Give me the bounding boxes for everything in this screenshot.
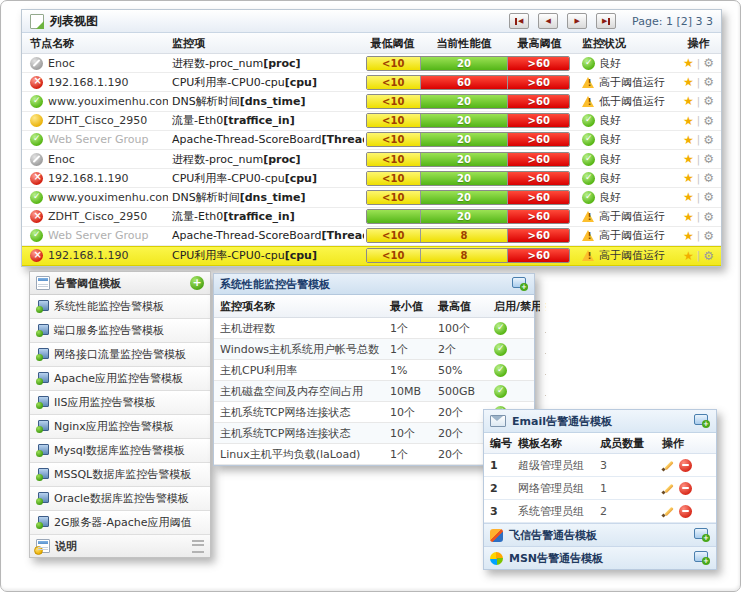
page-prev-button[interactable]: ◀ [538, 13, 558, 29]
delete-icon[interactable] [679, 459, 692, 472]
current-value-bar: 20 [421, 210, 509, 223]
template-item-system[interactable]: 系统性能监控告警模板 [30, 295, 210, 319]
msn-template-bar[interactable]: MSN告警通告模板 [484, 546, 716, 569]
add-fetion-template-button[interactable] [694, 528, 710, 542]
current-value-bar: 8 [421, 249, 509, 262]
settings-gear-icon[interactable]: ⚙ [703, 250, 714, 262]
template-item-port[interactable]: 端口服务监控告警模板 [30, 319, 210, 343]
favorite-star-icon[interactable]: ★ [683, 250, 694, 262]
collapse-lines-icon[interactable] [192, 540, 204, 553]
min-threshold-badge [367, 210, 421, 223]
col-monitor-name: 监控项名称 [214, 299, 384, 314]
favorite-star-icon[interactable]: ★ [683, 211, 694, 223]
table-row[interactable]: 主机CPU利用率 1% 50% [214, 360, 534, 381]
table-row[interactable]: Windows主机系统用户帐号总数 1个 2个 [214, 339, 534, 360]
settings-gear-icon[interactable]: ⚙ [703, 211, 714, 223]
node-status-icon [30, 76, 43, 89]
favorite-star-icon[interactable]: ★ [683, 134, 694, 146]
monitor-item: DNS解析时间[dns_time] [168, 190, 364, 205]
template-item-mssql[interactable]: MSSQL数据库监控告警模板 [30, 463, 210, 487]
table-row[interactable]: Web Server Group Apache-Thread-ScoreBoar… [22, 227, 721, 246]
template-item-oracle[interactable]: Oracle数据库监控告警模板 [30, 487, 210, 511]
enabled-check-icon[interactable] [494, 385, 507, 398]
row-id: 1 [484, 459, 512, 472]
edit-icon[interactable] [662, 459, 675, 472]
delete-icon[interactable] [679, 505, 692, 518]
node-status-icon [30, 229, 43, 242]
fetion-template-title: 飞信告警通告模板 [509, 528, 597, 543]
enabled-check-icon[interactable] [494, 364, 507, 377]
table-row[interactable]: 192.168.1.190 CPU利用率-CPU0-cpu[cpu] <10 8… [22, 246, 721, 266]
template-item-nginx[interactable]: Nginx应用监控告警模板 [30, 415, 210, 439]
enabled-check-icon[interactable] [494, 322, 507, 335]
page-next-button[interactable]: ▶ [567, 13, 587, 29]
min-threshold-badge: <10 [367, 133, 421, 146]
min-value: 1% [384, 364, 432, 377]
favorite-star-icon[interactable]: ★ [683, 95, 694, 107]
template-item-netflow[interactable]: 网络接口流量监控告警模板 [30, 343, 210, 367]
table-row[interactable]: 1 超级管理员组 3 [484, 454, 716, 477]
favorite-star-icon[interactable]: ★ [683, 153, 694, 165]
settings-gear-icon[interactable]: ⚙ [703, 172, 714, 184]
template-item-mysql[interactable]: Mysql数据库监控告警模板 [30, 439, 210, 463]
server-add-icon [36, 348, 49, 361]
edit-icon[interactable] [662, 505, 675, 518]
node-status-icon [30, 172, 43, 185]
template-item-apache[interactable]: Apache应用监控告警模板 [30, 367, 210, 391]
edit-icon[interactable] [662, 482, 675, 495]
table-row[interactable]: Enoc 进程数-proc_num[proc] <10 20 >60 良好 ★|… [22, 150, 721, 169]
ops-separator: | [697, 154, 700, 165]
fetion-template-bar[interactable]: 飞信告警通告模板 [484, 523, 716, 546]
monitor-name: 主机CPU利用率 [214, 363, 384, 378]
delete-icon[interactable] [679, 482, 692, 495]
max-threshold-badge: >60 [508, 249, 569, 262]
table-row[interactable]: Enoc 进程数-proc_num[proc] <10 20 >60 良好 ★|… [22, 54, 721, 73]
favorite-star-icon[interactable]: ★ [683, 230, 694, 242]
settings-gear-icon[interactable]: ⚙ [703, 115, 714, 127]
template-item-2g-apache[interactable]: 2G服务器-Apache应用阈值 [30, 511, 210, 535]
table-row[interactable]: 3 系统管理员组 2 [484, 500, 716, 523]
table-row[interactable]: 主机磁盘空间及内存空间占用 10MB 500GB [214, 381, 534, 402]
table-row[interactable]: 192.168.1.190 CPU利用率-CPU0-cpu[cpu] <10 6… [22, 73, 721, 92]
settings-gear-icon[interactable]: ⚙ [703, 76, 714, 88]
status-text: 良好 [599, 56, 621, 71]
apply-template-button[interactable] [512, 277, 528, 291]
add-email-template-button[interactable] [694, 414, 710, 428]
add-template-button[interactable] [190, 276, 204, 290]
template-item-iis[interactable]: IIS应用监控告警模板 [30, 391, 210, 415]
settings-gear-icon[interactable]: ⚙ [703, 153, 714, 165]
status-icon [582, 153, 595, 166]
table-row[interactable]: Web Server Group Apache-Thread-ScoreBoar… [22, 131, 721, 150]
table-row[interactable]: ZDHT_Cisco_2950 流量-Eth0[traffice_in] 20 … [22, 208, 721, 227]
favorite-star-icon[interactable]: ★ [683, 57, 694, 69]
enabled-check-icon[interactable] [494, 343, 507, 356]
settings-gear-icon[interactable]: ⚙ [703, 57, 714, 69]
notes-bar[interactable]: 说明 [30, 535, 210, 557]
add-msn-template-button[interactable] [694, 551, 710, 565]
table-row[interactable]: www.youximenhu.com DNS解析时间[dns_time] <10… [22, 188, 721, 207]
settings-gear-icon[interactable]: ⚙ [703, 95, 714, 107]
msn-template-title: MSN告警通告模板 [509, 551, 603, 566]
favorite-star-icon[interactable]: ★ [683, 115, 694, 127]
favorite-star-icon[interactable]: ★ [683, 76, 694, 88]
table-row[interactable]: 192.168.1.190 CPU利用率-CPU0-cpu[cpu] <10 2… [22, 169, 721, 188]
settings-gear-icon[interactable]: ⚙ [703, 191, 714, 203]
min-threshold-badge: <10 [367, 172, 421, 185]
table-row[interactable]: www.youximenhu.com DNS解析时间[dns_time] <10… [22, 92, 721, 111]
pagination-text[interactable]: Page: 1 [2] 3 3 [632, 15, 713, 28]
table-row[interactable]: ZDHT_Cisco_2950 流量-Eth0[traffice_in] <10… [22, 112, 721, 131]
min-threshold-badge: <10 [367, 57, 421, 70]
settings-gear-icon[interactable]: ⚙ [703, 134, 714, 146]
page-first-button[interactable]: ◀ [509, 13, 529, 29]
server-add-icon [36, 396, 49, 409]
page-last-button[interactable]: ▶ [596, 13, 616, 29]
table-row[interactable]: 2 网络管理员组 1 [484, 477, 716, 500]
monitor-item: Apache-Thread-ScoreBoard[ThreadW] [168, 229, 364, 242]
table-row[interactable]: 主机进程数 1个 100个 [214, 318, 534, 339]
min-threshold-badge: <10 [367, 229, 421, 242]
ops-separator: | [697, 250, 700, 261]
threshold-bar: <10 8 >60 [364, 228, 580, 243]
favorite-star-icon[interactable]: ★ [683, 172, 694, 184]
favorite-star-icon[interactable]: ★ [683, 191, 694, 203]
settings-gear-icon[interactable]: ⚙ [703, 230, 714, 242]
